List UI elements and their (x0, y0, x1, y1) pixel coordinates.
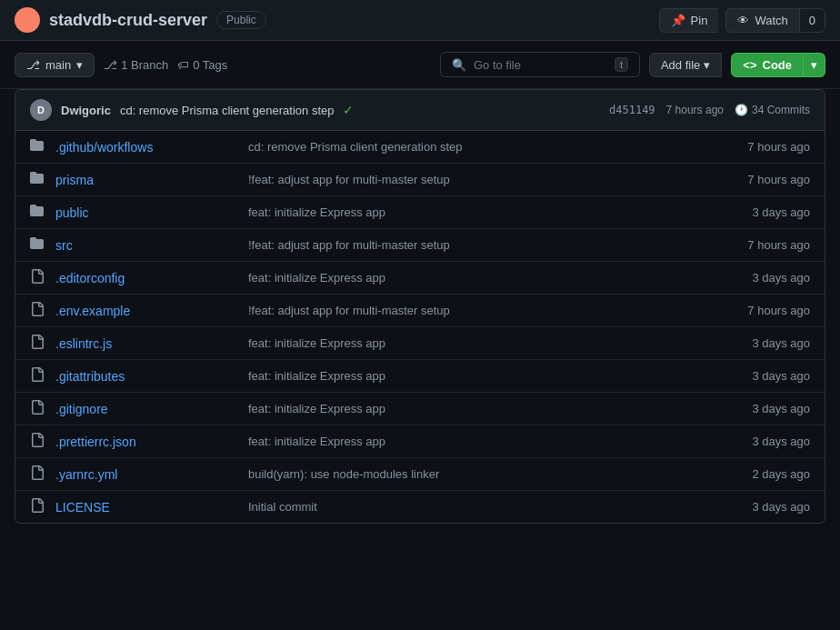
file-name[interactable]: .gitattributes (55, 369, 237, 384)
search-input[interactable] (474, 58, 607, 72)
branch-selector[interactable]: ⎇ main ▾ (15, 53, 95, 77)
repo-title: stadvdb-crud-server Public (15, 7, 266, 33)
watch-button[interactable]: 👁 Watch (725, 8, 798, 33)
commit-check-icon: ✓ (343, 103, 354, 117)
file-icon (30, 400, 45, 417)
commit-meta: d451149 7 hours ago 🕐 34 Commits (609, 104, 810, 116)
file-rows-container: .github/workflowscd: remove Prisma clien… (15, 131, 825, 523)
file-time: 7 hours ago (728, 140, 810, 154)
file-time: 2 days ago (728, 467, 810, 481)
file-commit-message: feat: initialize Express app (248, 336, 717, 350)
file-name[interactable]: .yarnrc.yml (55, 467, 237, 482)
file-commit-message: feat: initialize Express app (248, 369, 717, 383)
file-commit-message: feat: initialize Express app (248, 205, 717, 219)
branch-icon: ⎇ (26, 58, 40, 72)
table-row: .env.example!feat: adjust app for multi-… (15, 295, 825, 327)
file-name[interactable]: LICENSE (55, 500, 237, 515)
file-name[interactable]: .github/workflows (55, 140, 237, 155)
watch-count[interactable]: 0 (799, 8, 825, 33)
file-commit-message: feat: initialize Express app (248, 271, 717, 285)
table-row: publicfeat: initialize Express app3 days… (15, 196, 825, 229)
file-name[interactable]: prisma (55, 173, 237, 187)
commit-time: 7 hours ago (666, 104, 724, 116)
pin-btn-group: 📌 Pin (659, 8, 719, 33)
eye-icon: 👁 (737, 14, 749, 27)
code-caret-button[interactable]: ▾ (804, 53, 825, 77)
file-time: 3 days ago (728, 205, 810, 219)
code-button[interactable]: <> Code (731, 53, 804, 77)
visibility-badge: Public (216, 11, 266, 29)
file-time: 3 days ago (728, 435, 810, 448)
pin-button[interactable]: 📌 Pin (659, 8, 719, 33)
file-name[interactable]: .eslintrc.js (55, 336, 237, 351)
file-time: 7 hours ago (728, 173, 810, 186)
file-name[interactable]: .env.example (55, 304, 237, 318)
file-time: 3 days ago (728, 271, 810, 285)
file-commit-message: !feat: adjust app for multi-master setup (248, 173, 717, 186)
file-icon (30, 465, 45, 483)
table-row: LICENSEInitial commit3 days ago (15, 491, 825, 523)
file-commit-message: build(yarn): use node-modules linker (248, 467, 717, 481)
table-row: .github/workflowscd: remove Prisma clien… (15, 131, 825, 164)
file-name[interactable]: .editorconfig (55, 271, 237, 285)
file-name[interactable]: .gitignore (55, 402, 237, 416)
tag-count-link[interactable]: 🏷 0 Tags (177, 58, 227, 72)
file-commit-message: cd: remove Prisma client generation step (248, 140, 717, 154)
file-icon (30, 498, 45, 515)
file-time: 3 days ago (728, 336, 810, 350)
pin-icon: 📌 (671, 14, 685, 27)
chevron-down-icon-add: ▾ (704, 58, 710, 72)
file-icon (30, 335, 45, 352)
table-row: .prettierrc.jsonfeat: initialize Express… (15, 425, 825, 458)
top-actions: 📌 Pin 👁 Watch 0 (659, 8, 825, 33)
top-bar: stadvdb-crud-server Public 📌 Pin 👁 Watch… (0, 0, 840, 41)
commit-message[interactable]: cd: remove Prisma client generation step (120, 104, 335, 117)
file-name[interactable]: .prettierrc.json (55, 435, 237, 449)
table-row: .eslintrc.jsfeat: initialize Express app… (15, 327, 825, 360)
table-row: .yarnrc.ymlbuild(yarn): use node-modules… (15, 458, 825, 491)
go-to-file-search[interactable]: 🔍 t (440, 52, 640, 77)
folder-icon (30, 138, 45, 155)
file-icon (30, 433, 45, 450)
file-time: 3 days ago (728, 402, 810, 415)
table-row: .editorconfigfeat: initialize Express ap… (15, 262, 825, 295)
folder-icon (30, 236, 45, 254)
file-time: 3 days ago (728, 500, 810, 514)
table-row: .gitignorefeat: initialize Express app3 … (15, 393, 825, 425)
add-file-button[interactable]: Add file ▾ (649, 53, 722, 77)
sub-bar: ⎇ main ▾ ⎇ 1 Branch 🏷 0 Tags 🔍 t Add fil… (0, 41, 840, 89)
folder-icon (30, 171, 45, 188)
branch-icon-small: ⎇ (104, 58, 117, 72)
file-commit-message: !feat: adjust app for multi-master setup (248, 304, 717, 317)
search-kbd: t (615, 57, 628, 72)
history-icon: 🕐 (735, 104, 748, 116)
file-icon (30, 302, 45, 319)
file-icon (30, 367, 45, 385)
file-name[interactable]: src (55, 238, 237, 253)
table-row: prisma!feat: adjust app for multi-master… (15, 164, 825, 196)
table-row: src!feat: adjust app for multi-master se… (15, 229, 825, 262)
tag-icon: 🏷 (177, 58, 189, 72)
file-commit-message: Initial commit (248, 500, 717, 514)
folder-icon (30, 204, 45, 221)
file-commit-message: !feat: adjust app for multi-master setup (248, 238, 717, 252)
chevron-down-icon: ▾ (76, 58, 83, 72)
commit-sha[interactable]: d451149 (609, 104, 655, 116)
commit-author[interactable]: Dwigoric (61, 104, 111, 117)
branch-name: main (45, 58, 71, 72)
add-file-group: Add file ▾ (649, 53, 722, 77)
branch-count-link[interactable]: ⎇ 1 Branch (104, 58, 168, 72)
avatar: D (30, 99, 52, 121)
table-row: .gitattributesfeat: initialize Express a… (15, 360, 825, 393)
code-icon: <> (743, 58, 756, 72)
repo-icon (15, 7, 40, 33)
file-commit-message: feat: initialize Express app (248, 402, 717, 415)
repo-name[interactable]: stadvdb-crud-server (49, 11, 207, 30)
file-time: 3 days ago (728, 369, 810, 383)
file-name[interactable]: public (55, 205, 237, 220)
file-icon (30, 269, 45, 286)
watch-btn-group: 👁 Watch 0 (725, 8, 825, 33)
file-time: 7 hours ago (728, 304, 810, 317)
file-table: D Dwigoric cd: remove Prisma client gene… (15, 89, 825, 524)
commits-history-link[interactable]: 🕐 34 Commits (735, 104, 810, 116)
